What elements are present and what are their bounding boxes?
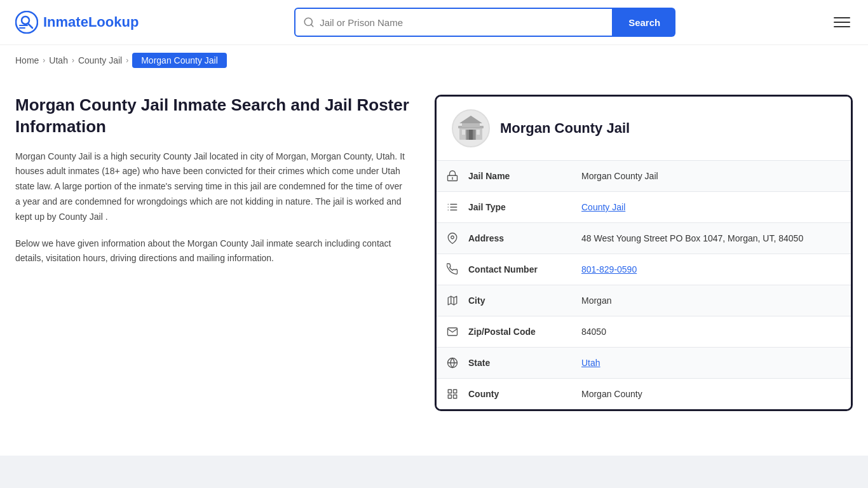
svg-rect-33 — [448, 395, 451, 398]
svg-line-6 — [311, 24, 313, 26]
breadcrumb-current: Morgan County Jail — [132, 53, 227, 68]
info-rows: Jail NameMorgan County JailJail TypeCoun… — [437, 161, 851, 409]
svg-rect-4 — [19, 27, 25, 29]
hamburger-line-2 — [834, 22, 850, 23]
phone-icon — [437, 254, 468, 285]
info-card: Morgan County Jail Jail NameMorgan Count… — [435, 95, 853, 411]
svg-point-0 — [16, 11, 37, 33]
breadcrumb-chevron-2: › — [72, 56, 74, 65]
svg-rect-31 — [454, 390, 457, 393]
svg-rect-30 — [448, 390, 451, 393]
mail-icon — [437, 316, 468, 347]
svg-rect-11 — [477, 130, 480, 135]
hamburger-line-1 — [834, 17, 850, 18]
main-content: Morgan County Jail Inmate Search and Jai… — [0, 76, 868, 430]
header: InmateLookup Search — [0, 0, 868, 45]
table-row: Jail NameMorgan County Jail — [437, 161, 851, 192]
jail-icon — [437, 161, 468, 191]
jail-card-title: Morgan County Jail — [500, 120, 630, 137]
table-row: StateUtah — [437, 348, 851, 379]
svg-rect-10 — [462, 130, 465, 135]
svg-marker-25 — [448, 296, 457, 305]
info-label: County — [468, 380, 576, 408]
hamburger-line-3 — [834, 26, 850, 27]
right-column: Morgan County Jail Jail NameMorgan Count… — [435, 95, 853, 411]
city-icon — [437, 285, 468, 316]
search-wrapper — [294, 8, 613, 37]
info-value[interactable]: Utah — [576, 349, 851, 377]
info-label: Contact Number — [468, 255, 576, 283]
breadcrumb-state[interactable]: Utah — [49, 55, 68, 65]
info-card-header: Morgan County Jail — [437, 97, 851, 161]
table-row: Zip/Postal Code84050 — [437, 316, 851, 348]
breadcrumb-home[interactable]: Home — [15, 55, 39, 65]
jail-avatar — [452, 109, 490, 147]
left-column: Morgan County Jail Inmate Search and Jai… — [15, 95, 409, 266]
info-value[interactable]: 801-829-0590 — [576, 255, 851, 283]
info-value: Morgan County — [576, 380, 851, 408]
globe-icon — [437, 348, 468, 378]
location-icon — [437, 223, 468, 254]
info-label: Zip/Postal Code — [468, 318, 576, 346]
svg-rect-3 — [19, 25, 28, 26]
footer-bar — [0, 456, 868, 488]
breadcrumb: Home › Utah › County Jail › Morgan Count… — [0, 45, 868, 76]
table-row: CityMorgan — [437, 285, 851, 316]
table-row: CountyMorgan County — [437, 379, 851, 409]
info-label: Jail Type — [468, 193, 576, 221]
info-value: Morgan County Jail — [576, 162, 851, 190]
table-row: Address48 West Young Street PO Box 1047,… — [437, 223, 851, 254]
search-button[interactable]: Search — [613, 8, 675, 37]
logo-text: InmateLookup — [43, 14, 139, 30]
breadcrumb-chevron-3: › — [126, 56, 128, 65]
logo[interactable]: InmateLookup — [15, 11, 139, 34]
table-row: Jail TypeCounty Jail — [437, 192, 851, 223]
search-input[interactable] — [320, 17, 604, 28]
list-icon — [437, 192, 468, 222]
jail-building-icon — [457, 114, 485, 142]
search-icon — [303, 17, 315, 28]
hamburger-menu[interactable] — [831, 15, 853, 30]
breadcrumb-type[interactable]: County Jail — [78, 55, 122, 65]
info-label: State — [468, 349, 576, 377]
page-description-2: Below we have given information about th… — [15, 236, 409, 267]
info-value: 84050 — [576, 318, 851, 346]
info-value: 48 West Young Street PO Box 1047, Morgan… — [576, 224, 851, 252]
svg-marker-14 — [459, 116, 482, 123]
county-icon — [437, 379, 468, 409]
svg-point-24 — [451, 236, 454, 239]
info-label: Jail Name — [468, 162, 576, 190]
page-title: Morgan County Jail Inmate Search and Jai… — [15, 95, 409, 138]
breadcrumb-chevron-1: › — [43, 56, 45, 65]
svg-rect-32 — [454, 395, 457, 398]
info-value: Morgan — [576, 287, 851, 315]
info-value[interactable]: County Jail — [576, 193, 851, 221]
table-row: Contact Number801-829-0590 — [437, 254, 851, 285]
search-area: Search — [294, 8, 675, 37]
info-label: City — [468, 287, 576, 315]
logo-icon — [15, 11, 38, 34]
page-description-1: Morgan County Jail is a high security Co… — [15, 149, 409, 225]
svg-rect-13 — [462, 123, 480, 127]
info-label: Address — [468, 224, 576, 252]
svg-rect-15 — [469, 130, 473, 140]
